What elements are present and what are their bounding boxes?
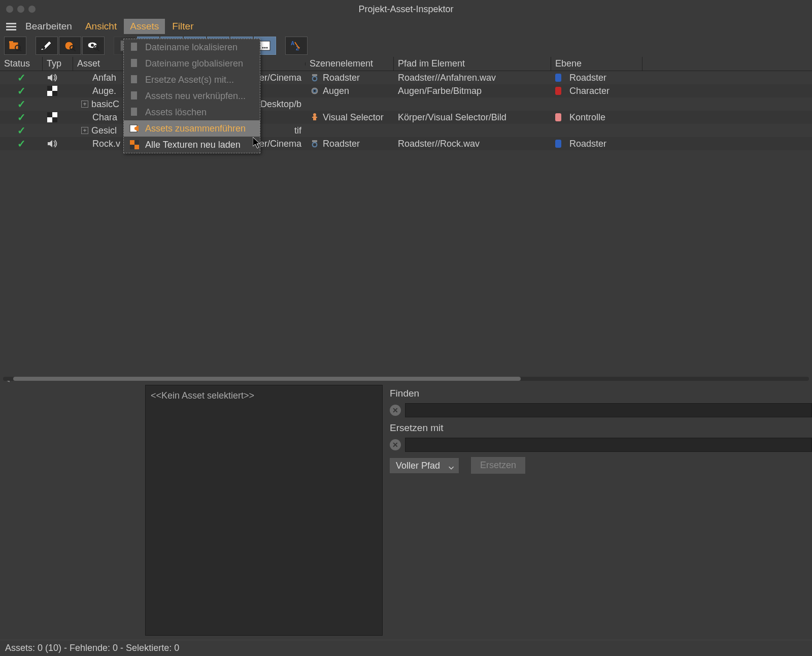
table-row[interactable]: ✓ Auge. Augen Augen/Farbe/Bitmap Charact…	[0, 84, 812, 97]
svg-rect-63	[130, 140, 134, 145]
svg-marker-4	[41, 41, 51, 50]
column-typ[interactable]: Typ	[43, 57, 73, 71]
replace-input[interactable]	[405, 438, 812, 452]
table-row[interactable]: ✓ +basicC Desktop/b	[0, 97, 812, 111]
menu-delete[interactable]: Assets löschen	[124, 104, 260, 120]
svg-point-44	[314, 90, 316, 92]
expand-icon[interactable]: +	[81, 127, 88, 134]
type-icon	[47, 99, 58, 110]
layer-name: Character	[569, 86, 610, 96]
hamburger-menu-icon[interactable]	[4, 21, 18, 32]
menu-localize[interactable]: Dateiname lokalisieren	[124, 39, 260, 55]
find-missing-icon[interactable]	[4, 37, 26, 55]
svg-marker-35	[48, 74, 52, 81]
svg-rect-46	[47, 112, 52, 117]
column-ebene[interactable]: Ebene	[551, 57, 642, 71]
close-window-button[interactable]	[6, 6, 13, 13]
clear-find-button[interactable]: ✕	[390, 405, 401, 416]
svg-point-48	[313, 113, 316, 116]
element-path: Augen/Farbe/Bitmap	[398, 86, 482, 96]
layer-name: Kontrolle	[569, 112, 605, 123]
layer-name: Roadster	[569, 139, 606, 149]
clear-replace-button[interactable]: ✕	[390, 439, 401, 450]
path-mode-select[interactable]: Voller Pfad	[390, 458, 459, 473]
sort-az-icon[interactable]: AZ	[285, 37, 308, 55]
svg-line-12	[97, 49, 99, 51]
zoom-window-button[interactable]	[28, 6, 36, 13]
asset-name: Rock.v	[92, 139, 120, 149]
svg-rect-64	[134, 145, 139, 149]
svg-point-37	[313, 77, 316, 80]
status-ok-icon: ✓	[17, 98, 26, 110]
circle-search-icon[interactable]	[59, 37, 81, 55]
type-icon	[47, 72, 58, 83]
minimize-window-button[interactable]	[17, 6, 24, 13]
svg-rect-54	[312, 140, 317, 142]
preview-panel: <<Kein Asset selektiert>>	[145, 385, 383, 636]
menu-replace[interactable]: Ersetze Asset(s) mit...	[124, 72, 260, 88]
svg-text:A: A	[291, 41, 294, 46]
no-selection-label: <<Kein Asset selektiert>>	[151, 390, 254, 401]
svg-point-29	[264, 47, 266, 49]
svg-point-30	[266, 47, 268, 49]
doc-icon	[129, 58, 140, 69]
menu-reload-textures[interactable]: Alle Texturen neu laden	[124, 137, 260, 153]
link-icon	[129, 90, 140, 102]
assets-dropdown: Dateiname lokalisieren Dateiname globali…	[123, 39, 260, 153]
find-replace-panel: Finden ✕ Ersetzen mit ✕ Voller Pfad Erse…	[390, 385, 812, 636]
menu-filter[interactable]: Filter	[166, 19, 199, 34]
menu-relink[interactable]: Assets neu verknüpfen...	[124, 88, 260, 104]
status-ok-icon: ✓	[17, 138, 26, 150]
menu-merge[interactable]: Assets zusammenführen	[124, 120, 260, 137]
menu-edit[interactable]: Bearbeiten	[19, 19, 78, 34]
menu-assets[interactable]: Assets	[124, 19, 165, 34]
layer-name: Roadster	[569, 73, 606, 83]
scene-icon	[310, 86, 320, 96]
expand-icon[interactable]: +	[81, 101, 88, 108]
window-controls	[0, 6, 36, 13]
status-ok-icon: ✓	[17, 72, 26, 84]
menu-globalize[interactable]: Dateiname globalisieren	[124, 55, 260, 72]
table-row[interactable]: ✓ +Gesicl tif	[0, 124, 812, 137]
column-pfad[interactable]: Pfad im Element	[394, 57, 551, 71]
svg-line-3	[19, 49, 21, 51]
type-icon	[47, 138, 58, 149]
menubar: Bearbeiten Ansicht Assets Filter	[0, 18, 812, 35]
table-row[interactable]: ✓ Chara Visual Selector Körper/Visual Se…	[0, 111, 812, 124]
path-fragment: er/Cinema	[259, 139, 301, 149]
scene-name: Augen	[323, 86, 349, 96]
scene-name: Visual Selector	[323, 112, 384, 123]
eye-search-icon[interactable]	[82, 37, 105, 55]
layer-color-swatch	[555, 74, 561, 82]
asset-table: ✓ Anfah er/Cinema Roadster Roadster//Anf…	[0, 71, 812, 150]
svg-point-28	[262, 47, 264, 49]
scrollbar-thumb[interactable]	[13, 377, 521, 381]
scene-name: Roadster	[323, 139, 360, 149]
table-row[interactable]: ✓ Anfah er/Cinema Roadster Roadster//Anf…	[0, 71, 812, 84]
svg-rect-56	[131, 59, 137, 67]
menu-view[interactable]: Ansicht	[79, 19, 123, 34]
table-row[interactable]: ✓ Rock.v er/Cinema Roadster Roadster//Ro…	[0, 137, 812, 150]
svg-rect-47	[52, 117, 57, 122]
scene-icon	[310, 125, 320, 136]
find-input[interactable]	[405, 403, 812, 417]
replace-button[interactable]: Ersetzen	[471, 457, 525, 474]
svg-point-10	[91, 44, 94, 47]
path-fragment: er/Cinema	[259, 73, 301, 83]
scene-icon	[310, 112, 320, 122]
svg-rect-27	[260, 41, 270, 50]
pencil-missing-icon[interactable]	[36, 37, 58, 55]
element-path: Körper/Visual Selector/Bild	[398, 112, 506, 123]
bottom-panel: <<Kein Asset selektiert>> Finden ✕ Erset…	[0, 385, 812, 636]
svg-line-8	[74, 49, 76, 51]
element-path: Roadster//Rock.wav	[398, 139, 480, 149]
asset-name: Anfah	[92, 73, 116, 83]
path-fragment: Desktop/b	[260, 99, 301, 110]
element-path: Roadster//Anfahren.wav	[398, 73, 496, 83]
svg-point-5	[42, 46, 45, 49]
horizontal-scrollbar[interactable]: ◀	[3, 377, 809, 382]
delete-icon	[129, 107, 140, 118]
column-status[interactable]: Status	[0, 57, 43, 71]
svg-marker-51	[48, 140, 52, 147]
column-szene[interactable]: Szenenelement	[306, 57, 394, 71]
